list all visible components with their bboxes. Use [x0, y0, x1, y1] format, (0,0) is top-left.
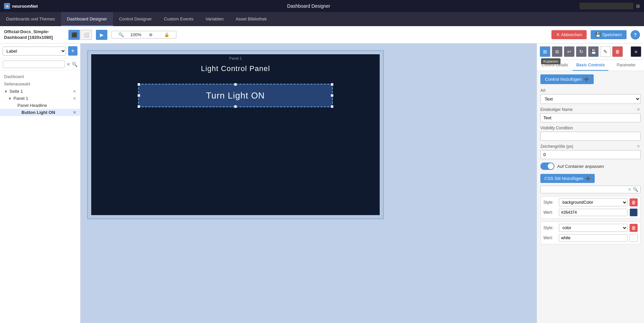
nav-tab-dashboards[interactable]: Dashboards und Themes: [0, 12, 61, 26]
tab-parameter[interactable]: Parameter: [608, 60, 644, 71]
css-search-clear-icon[interactable]: ✕: [628, 187, 632, 192]
css-search-input[interactable]: [543, 187, 627, 192]
tree-toggle-panel1: ▼: [8, 96, 12, 101]
sidebar-item-buttonlighton-close[interactable]: ✕: [73, 110, 76, 115]
eindeutiger-name-row: Eindeutiger Name 👁: [540, 107, 641, 122]
sidebar-label-select[interactable]: Label: [3, 47, 66, 56]
sidebar-item-panelheadline-label: Panel Headline: [17, 103, 47, 108]
control-add-button[interactable]: Control hinzufügen ➕: [540, 74, 594, 84]
canvas-wrapper: Panel 1 Light Control Panel Turn Light O…: [87, 50, 384, 219]
sidebar-item-panel1[interactable]: ▼ Panel 1 ✕: [0, 95, 80, 102]
sidebar-search-icon[interactable]: 🔍: [72, 62, 77, 67]
visibility-row: Visibility Condition: [540, 126, 641, 141]
art-field-row: Art Text Button Image Label: [540, 88, 641, 104]
button-light-on-element[interactable]: Turn Light ON: [138, 84, 333, 107]
wert-input-color[interactable]: [559, 234, 628, 242]
rt-delete-button[interactable]: 🗑: [612, 46, 623, 57]
topbar-search-input[interactable]: [580, 3, 633, 9]
art-label-text: Art: [540, 88, 545, 93]
style-label-color: Style:: [543, 225, 557, 230]
control-add-plus-icon: ➕: [584, 77, 589, 82]
style-row-color: Style: backgroundColor color fontSize bo…: [540, 221, 641, 244]
view-buttons: ⬛ ⬜: [68, 30, 92, 40]
rt-undo-button[interactable]: ↩: [564, 46, 575, 57]
sidebar-item-panel1-close[interactable]: ✕: [73, 96, 76, 101]
canvas-area[interactable]: Panel 1 Light Control Panel Turn Light O…: [80, 44, 537, 323]
right-toolbar: ⊞ Kopieren ⧉ ↩ ↻ 💾 ✎ 🗑 »: [537, 44, 644, 60]
tab-basic-controls[interactable]: Basic Controls: [573, 60, 608, 71]
zoom-value: 100%: [129, 32, 143, 37]
nav-tab-asset[interactable]: Asset Bibliothek: [230, 12, 273, 26]
zeichengroesse-input[interactable]: [540, 150, 641, 159]
sidebar-item-seite1-label: Seite 1: [9, 89, 23, 94]
zeichengroesse-visibility-icon[interactable]: 👁: [637, 144, 641, 149]
visibility-label-text: Visibility Condition: [540, 126, 573, 130]
button-text: Turn Light ON: [206, 90, 265, 101]
css-add-button[interactable]: CSS Stil hinzufügen ➕: [540, 174, 595, 183]
sel-handle-tr: [331, 83, 333, 86]
style-delete-bg-button[interactable]: 🗑: [630, 198, 638, 206]
eindeutiger-name-label: Eindeutiger Name 👁: [540, 107, 641, 112]
color-swatch-color[interactable]: [630, 234, 638, 242]
save-disk-icon: 💾: [595, 32, 601, 37]
rt-expand-button[interactable]: »: [631, 46, 641, 57]
sidebar-tree: Dashboard Seitenauswahl ▼ Seite 1 ✕ ▼ Pa…: [0, 70, 80, 323]
panel-label: Panel 1: [229, 56, 241, 60]
color-swatch-bg[interactable]: [630, 208, 638, 216]
wert-row-color: Wert:: [543, 234, 638, 242]
zoom-in-icon[interactable]: ⊕: [144, 32, 157, 37]
style-header-bg: Style: backgroundColor color fontSize bo…: [543, 198, 638, 206]
zoom-control: 🔍 100% ⊕ 🔒: [111, 31, 176, 39]
css-search-mag-icon[interactable]: 🔍: [633, 187, 638, 192]
sel-handle-bl: [138, 105, 140, 108]
nav-tab-variablen[interactable]: Variablen: [200, 12, 230, 26]
zoom-out-icon[interactable]: 🔍: [114, 32, 128, 37]
logo-icon: 🏠: [4, 3, 10, 9]
css-search-row: ✕ 🔍: [540, 186, 641, 193]
view-split-button[interactable]: ⬜: [80, 30, 92, 40]
sel-handle-tl: [138, 83, 140, 86]
rt-save-button[interactable]: 💾: [588, 46, 599, 57]
art-select[interactable]: Text Button Image Label: [540, 94, 641, 104]
sidebar-item-seite1[interactable]: ▼ Seite 1 ✕: [0, 88, 80, 95]
topbar-right: ⊞: [580, 3, 640, 9]
nav-tab-control[interactable]: Control Designer: [113, 12, 158, 26]
eindeutiger-name-label-text: Eindeutiger Name: [540, 107, 573, 112]
save-button[interactable]: 💾 Speichern: [591, 30, 627, 39]
canvas-inner: Panel 1 Light Control Panel Turn Light O…: [91, 54, 380, 215]
sidebar-search-clear-icon[interactable]: ✕: [66, 62, 70, 67]
nav-tab-designer[interactable]: Dashboard Designer: [61, 12, 113, 26]
art-label: Art: [540, 88, 641, 93]
css-add-plus-icon: ➕: [585, 176, 591, 181]
rt-edit-button[interactable]: ✎: [600, 46, 611, 57]
view-desktop-button[interactable]: ⬛: [68, 30, 80, 40]
play-button[interactable]: ▶: [96, 30, 107, 40]
help-button[interactable]: ?: [631, 30, 640, 40]
sidebar-item-seite1-close[interactable]: ✕: [73, 89, 76, 94]
wert-row-bg: Wert:: [543, 208, 638, 216]
left-sidebar: Label + ✕ 🔍 Dashboard Seitenauswahl ▼ Se…: [0, 44, 80, 323]
nav-tab-events[interactable]: Custom Events: [158, 12, 200, 26]
toggle-switch[interactable]: [540, 163, 554, 170]
cancel-button[interactable]: ✕ Abbrechen: [551, 30, 587, 39]
sidebar-add-button[interactable]: +: [68, 46, 77, 56]
rt-copy-button[interactable]: ⧉: [552, 46, 562, 57]
rt-select-button[interactable]: ⊞: [540, 46, 550, 57]
visibility-input[interactable]: [540, 132, 641, 141]
wert-label-bg: Wert:: [543, 210, 557, 215]
style-delete-color-button[interactable]: 🗑: [630, 224, 638, 232]
sidebar-item-panelheadline[interactable]: Panel Headline: [0, 102, 80, 109]
lock-icon[interactable]: 🔒: [160, 32, 173, 37]
sidebar-item-panel1-label: Panel 1: [13, 96, 28, 101]
sidebar-search-input[interactable]: [3, 61, 65, 68]
sel-handle-mr: [331, 94, 333, 97]
eindeutiger-name-input[interactable]: [540, 113, 641, 122]
sidebar-item-buttonlighton[interactable]: Button Light ON ✕: [0, 109, 80, 116]
rt-redo-button[interactable]: ↻: [576, 46, 587, 57]
style-select-bg[interactable]: backgroundColor color fontSize border: [559, 198, 628, 206]
style-select-color[interactable]: backgroundColor color fontSize border: [559, 224, 628, 232]
tree-toggle-seite1: ▼: [4, 89, 8, 93]
toggle-row: Auf Container anpassen: [540, 163, 641, 170]
wert-input-bg[interactable]: [559, 209, 628, 216]
eindeutiger-name-visibility-icon[interactable]: 👁: [637, 107, 641, 112]
